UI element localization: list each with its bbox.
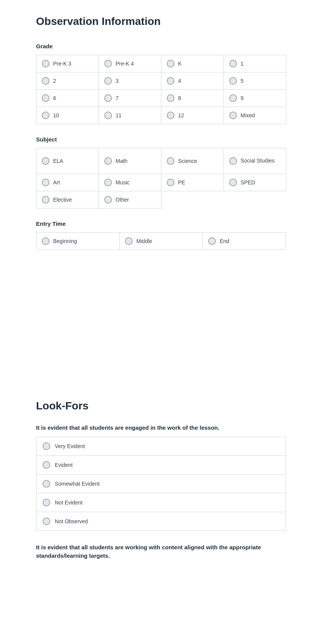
radio-circle-q1-not-evident	[43, 499, 50, 506]
subject-label-music: Music	[116, 179, 130, 186]
radio-circle-2	[42, 77, 49, 85]
q1-label-evident: Evident	[55, 462, 73, 468]
radio-circle-science	[167, 157, 174, 165]
q1-option-not-evident[interactable]: Not Evident	[36, 493, 286, 512]
grade-label-2: 2	[53, 78, 56, 84]
grade-label-1: 1	[241, 61, 244, 67]
grade-option-7[interactable]: 7	[99, 89, 161, 107]
radio-circle-10	[42, 112, 49, 119]
subject-label-science: Science	[178, 158, 197, 164]
question-1-text: It is evident that all students are enga…	[36, 424, 286, 432]
subject-label-math: Math	[116, 158, 128, 164]
radio-circle-12	[167, 112, 174, 119]
q1-option-not-observed[interactable]: Not Observed	[36, 512, 286, 531]
grade-option-4[interactable]: 4	[161, 72, 224, 90]
radio-circle-5	[229, 77, 237, 85]
subject-option-elective[interactable]: Elective	[36, 191, 99, 209]
radio-circle-6	[42, 94, 49, 102]
subject-label-art: Art	[53, 179, 60, 186]
subject-option-other[interactable]: Other	[99, 191, 161, 209]
entry-time-option-end[interactable]: End	[202, 232, 286, 250]
entry-time-label-beginning: Beginning	[53, 238, 77, 244]
grade-option-9[interactable]: 9	[223, 89, 286, 107]
subject-option-math[interactable]: Math	[99, 148, 161, 174]
grade-label-3: 3	[116, 78, 119, 84]
grade-label-mixed: Mixed	[241, 112, 255, 118]
subject-option-science[interactable]: Science	[161, 148, 224, 174]
grade-option-6[interactable]: 6	[36, 89, 99, 107]
grade-option-12[interactable]: 12	[161, 107, 224, 124]
subject-label-elective: Elective	[53, 197, 72, 203]
q1-option-very-evident[interactable]: Very Evident	[36, 437, 286, 456]
grade-option-2[interactable]: 2	[36, 72, 99, 90]
grade-option-5[interactable]: 5	[223, 72, 286, 90]
radio-circle-9	[229, 94, 237, 102]
subject-label-social-studies: Social Studies	[241, 157, 275, 164]
radio-circle-4	[167, 77, 174, 85]
q1-label-very-evident: Very Evident	[55, 443, 85, 449]
q1-option-evident[interactable]: Evident	[36, 455, 286, 475]
radio-circle-7	[104, 94, 112, 102]
grade-option-pre-k-3[interactable]: Pre-K 3	[36, 55, 99, 72]
radio-circle-pre-k-4	[104, 60, 112, 67]
subject-section: Subject ELA Math Science Social Studies	[36, 136, 286, 208]
grade-label-9: 9	[241, 95, 244, 101]
subject-option-ela[interactable]: ELA	[36, 148, 99, 174]
page-container: Observation Information Grade Pre-K 3 Pr…	[0, 0, 322, 588]
question-1-section: It is evident that all students are enga…	[36, 424, 286, 531]
q1-option-somewhat-evident[interactable]: Somewhat Evident	[36, 474, 286, 493]
radio-circle-elective	[42, 196, 49, 204]
grade-label-7: 7	[116, 95, 119, 101]
radio-circle-social-studies	[229, 157, 237, 165]
radio-circle-beginning	[42, 237, 49, 245]
subject-grid: ELA Math Science Social Studies Art Mu	[36, 148, 286, 208]
radio-circle-q1-not-observed	[43, 518, 50, 525]
radio-circle-8	[167, 94, 174, 102]
look-fors-section: Look-Fors It is evident that all student…	[36, 400, 286, 560]
subject-option-sped[interactable]: SPED	[223, 174, 286, 191]
radio-circle-end	[208, 237, 216, 245]
subject-option-music[interactable]: Music	[99, 174, 161, 191]
grade-label-pre-k-3: Pre-K 3	[53, 61, 71, 67]
grade-option-11[interactable]: 11	[99, 107, 161, 124]
q1-label-somewhat-evident: Somewhat Evident	[55, 481, 100, 487]
radio-circle-pe	[167, 179, 174, 186]
subject-label-pe: PE	[178, 179, 186, 186]
grade-option-3[interactable]: 3	[99, 72, 161, 90]
grade-option-1[interactable]: 1	[223, 55, 286, 72]
entry-time-label-end: End	[220, 238, 229, 244]
grade-option-pre-k-4[interactable]: Pre-K 4	[99, 55, 161, 72]
entry-time-grid: Beginning Middle End	[36, 232, 286, 250]
radio-circle-11	[104, 112, 112, 119]
grade-label-4: 4	[178, 78, 181, 84]
radio-circle-q1-somewhat-evident	[43, 480, 50, 488]
grade-option-mixed[interactable]: Mixed	[223, 107, 286, 124]
radio-circle-math	[104, 157, 112, 165]
q1-label-not-evident: Not Evident	[55, 499, 82, 506]
entry-time-option-middle[interactable]: Middle	[119, 232, 203, 250]
subject-option-art[interactable]: Art	[36, 174, 99, 191]
radio-circle-k	[167, 60, 174, 67]
radio-circle-music	[104, 179, 112, 186]
radio-circle-ela	[42, 157, 49, 165]
subject-option-social-studies[interactable]: Social Studies	[223, 148, 286, 174]
radio-circle-1	[229, 60, 237, 67]
grade-label-12: 12	[178, 112, 184, 118]
grade-label: Grade	[36, 43, 286, 49]
grade-label-8: 8	[178, 95, 181, 101]
radio-circle-mixed	[229, 112, 237, 119]
grade-label-k: K	[178, 61, 182, 67]
entry-time-label: Entry Time	[36, 220, 286, 227]
grade-label-5: 5	[241, 78, 244, 84]
radio-circle-sped	[229, 179, 237, 186]
entry-time-option-beginning[interactable]: Beginning	[36, 232, 120, 250]
subject-label-other: Other	[116, 197, 129, 203]
grade-option-k[interactable]: K	[161, 55, 224, 72]
entry-time-label-middle: Middle	[136, 238, 152, 244]
grade-label-6: 6	[53, 95, 56, 101]
grade-label-pre-k-4: Pre-K 4	[116, 61, 134, 67]
grade-option-8[interactable]: 8	[161, 89, 224, 107]
grade-label-10: 10	[53, 112, 59, 118]
subject-option-pe[interactable]: PE	[161, 174, 224, 191]
grade-option-10[interactable]: 10	[36, 107, 99, 124]
